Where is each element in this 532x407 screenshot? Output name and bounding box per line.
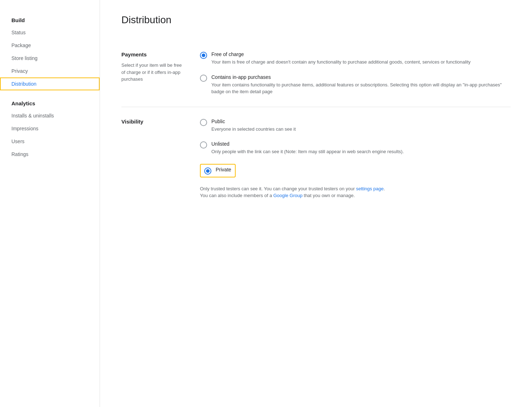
payments-content: Free of charge Your item is free of char… [200,51,511,95]
radio-unlisted-btn[interactable] [200,141,207,149]
radio-free[interactable]: Free of charge Your item is free of char… [200,51,511,66]
radio-private-label: Private [216,167,231,172]
radio-private-desc-before: Only trusted testers can see it. You can… [200,186,356,191]
radio-public[interactable]: Public Everyone in selected countries ca… [200,119,511,133]
radio-private-wrapper: Private Only trusted testers can see it.… [200,164,511,199]
payments-description: Select if your item will be free of char… [121,62,186,83]
sidebar: Build Status Package Store listing Priva… [0,0,100,407]
radio-private-highlighted[interactable]: Private [200,164,236,177]
radio-free-label: Free of charge [211,51,511,57]
radio-public-label: Public [211,119,511,124]
visibility-label-col: Visibility [121,119,186,199]
sidebar-item-ratings[interactable]: Ratings [0,148,100,161]
payments-label-col: Payments Select if your item will be fre… [121,51,186,95]
radio-unlisted-desc: Only people with the link can see it (No… [211,148,511,155]
radio-free-btn[interactable] [200,52,207,59]
radio-inapp-desc: Your item contains functionality to purc… [211,81,511,95]
sidebar-item-users[interactable]: Users [0,135,100,148]
sidebar-item-installs[interactable]: Installs & uninstalls [0,109,100,122]
visibility-section: Visibility Public Everyone in selected c… [121,107,511,211]
settings-page-link[interactable]: settings page [356,186,383,191]
radio-free-desc: Your item is free of charge and doesn't … [211,59,511,66]
page-title: Distribution [121,14,511,26]
radio-public-btn[interactable] [200,119,207,126]
radio-inapp[interactable]: Contains in-app purchases Your item cont… [200,74,511,95]
sidebar-item-package[interactable]: Package [0,39,100,52]
payments-label: Payments [121,51,186,57]
radio-inapp-label: Contains in-app purchases [211,74,511,80]
sidebar-item-privacy[interactable]: Privacy [0,65,100,77]
payments-section: Payments Select if your item will be fre… [121,40,511,107]
sidebar-item-status[interactable]: Status [0,26,100,39]
radio-private-desc: Only trusted testers can see it. You can… [200,185,511,199]
radio-unlisted-label: Unlisted [211,141,511,147]
sidebar-build-title: Build [0,14,100,26]
sidebar-analytics-title: Analytics [0,97,100,109]
visibility-content: Public Everyone in selected countries ca… [200,119,511,199]
sidebar-item-distribution[interactable]: Distribution [0,77,100,90]
main-content: Distribution Payments Select if your ite… [100,0,532,407]
radio-inapp-btn[interactable] [200,75,207,82]
radio-private-desc-end: that you own or manage. [302,193,355,198]
google-group-link[interactable]: Google Group [273,193,302,198]
radio-private-btn[interactable] [204,167,211,175]
radio-unlisted[interactable]: Unlisted Only people with the link can s… [200,141,511,155]
sidebar-item-impressions[interactable]: Impressions [0,122,100,135]
radio-public-desc: Everyone in selected countries can see i… [211,126,511,133]
sidebar-item-store-listing[interactable]: Store listing [0,52,100,65]
visibility-label: Visibility [121,119,186,125]
